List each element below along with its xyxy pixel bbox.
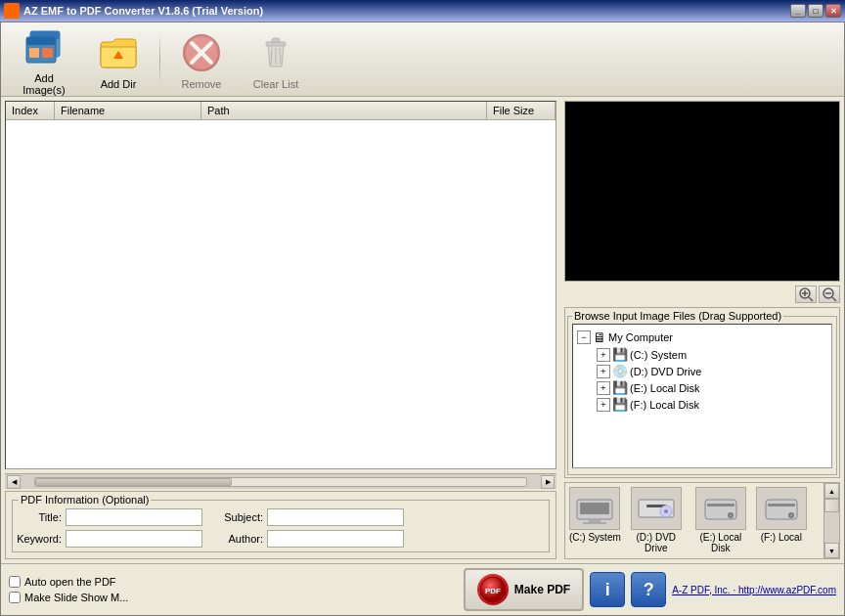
- thumb-item-c[interactable]: (C:) System: [569, 487, 621, 553]
- svg-rect-26: [589, 519, 600, 522]
- window-title: AZ EMF to PDF Converter V1.8.6 (Trial Ve…: [23, 5, 263, 17]
- vscroll-track[interactable]: [824, 499, 839, 543]
- tree-expand-d[interactable]: +: [597, 365, 610, 378]
- pdf-title-row: Title:: [17, 508, 202, 526]
- pdf-info-rows: Title: Keyword: Subject:: [17, 508, 545, 548]
- drive-c-icon: 💾: [612, 347, 628, 362]
- hscroll-left-button[interactable]: ◀: [7, 475, 21, 489]
- remove-icon: [178, 29, 225, 76]
- svg-rect-7: [42, 48, 53, 58]
- hscroll-track[interactable]: [34, 477, 527, 487]
- svg-point-35: [729, 514, 732, 517]
- col-index-header[interactable]: Index: [6, 102, 55, 119]
- thumb-icon-e: [695, 487, 746, 530]
- vscroll-thumb[interactable]: [824, 499, 839, 512]
- company-link[interactable]: A-Z PDF, Inc. · http://www.azPDF.com: [672, 585, 836, 595]
- tree-expand-computer[interactable]: −: [577, 330, 591, 344]
- file-list-header: Index Filename Path File Size: [6, 102, 556, 120]
- col-path-header[interactable]: Path: [201, 102, 487, 119]
- col-filename-header[interactable]: Filename: [55, 102, 201, 119]
- svg-line-18: [809, 297, 813, 301]
- thumb-label-f: (F:) Local: [761, 532, 802, 543]
- vscroll-up-button[interactable]: ▲: [824, 483, 839, 499]
- tree-item-f[interactable]: + 💾 (F:) Local Disk: [597, 396, 827, 413]
- add-dir-button[interactable]: Add Dir: [83, 24, 154, 95]
- zoom-out-button[interactable]: [819, 286, 840, 303]
- thumbnail-scroll: (C:) System: [565, 483, 823, 558]
- thumb-item-e[interactable]: (E:) Local Disk: [691, 487, 750, 553]
- options-checkboxes: Auto open the PDF Make Slide Show M...: [9, 576, 128, 603]
- drive-f-label: (F:) Local Disk: [630, 399, 699, 411]
- svg-rect-27: [583, 522, 606, 524]
- add-images-button[interactable]: Add Image(s): [9, 19, 79, 101]
- right-panel: Browse Input Image Files (Drag Supported…: [560, 97, 844, 563]
- thumb-item-d[interactable]: (D:) DVD Drive: [627, 487, 686, 553]
- title-input[interactable]: [66, 508, 202, 526]
- thumb-label-c: (C:) System: [569, 532, 621, 543]
- hscroll-right-button[interactable]: ▶: [541, 475, 555, 489]
- toolbar-divider-1: [159, 32, 160, 87]
- drive-d-label: (D:) DVD Drive: [630, 366, 701, 377]
- left-panel: Index Filename Path File Size ◀ ▶ PDF In…: [1, 97, 560, 563]
- info-icon: i: [605, 580, 610, 600]
- make-pdf-label: Make PDF: [514, 583, 570, 596]
- tree-expand-c[interactable]: +: [597, 348, 610, 362]
- app-icon: [4, 3, 20, 19]
- svg-rect-6: [29, 48, 39, 58]
- remove-button: Remove: [166, 24, 237, 95]
- thumb-label-e: (E:) Local Disk: [691, 532, 750, 553]
- thumbnail-area: (C:) System: [564, 482, 840, 559]
- clear-list-label: Clear List: [253, 78, 298, 90]
- zoom-in-button[interactable]: [795, 286, 817, 303]
- tree-expand-f[interactable]: +: [597, 398, 610, 412]
- col-filesize-header[interactable]: File Size: [487, 102, 556, 119]
- thumb-icon-d: [631, 487, 682, 530]
- drive-d-icon: 💿: [612, 364, 628, 378]
- clear-list-icon: [252, 29, 299, 76]
- vscroll: ▲ ▼: [823, 483, 839, 558]
- title-label: Title:: [17, 511, 62, 523]
- svg-rect-37: [768, 504, 795, 506]
- file-list-container: Index Filename Path File Size: [5, 101, 556, 469]
- minimize-button[interactable]: _: [790, 4, 806, 18]
- thumb-icon-f: [756, 487, 807, 530]
- pdf-subject-row: Subject:: [218, 508, 404, 526]
- slide-show-checkbox[interactable]: [9, 592, 21, 603]
- add-dir-label: Add Dir: [101, 78, 137, 90]
- pdf-info-col-right: Subject: Author:: [218, 508, 404, 548]
- drive-e-label: (E:) Local Disk: [630, 382, 700, 394]
- tree-item-my-computer[interactable]: − 🖥 My Computer: [577, 329, 827, 346]
- svg-line-22: [832, 297, 836, 301]
- close-button[interactable]: ✕: [825, 4, 841, 18]
- clear-list-button: Clear List: [241, 24, 311, 95]
- auto-open-checkbox[interactable]: [9, 576, 21, 588]
- slide-show-label: Make Slide Show M...: [24, 592, 128, 603]
- tree-item-e[interactable]: + 💾 (E:) Local Disk: [597, 379, 827, 396]
- vscroll-down-button[interactable]: ▼: [824, 543, 839, 558]
- make-pdf-button[interactable]: PDF Make PDF: [464, 568, 584, 611]
- pdf-info-title: PDF Information (Optional): [19, 494, 151, 506]
- browse-title: Browse Input Image Files (Drag Supported…: [572, 310, 783, 322]
- tree-item-d[interactable]: + 💿 (D:) DVD Drive: [597, 363, 827, 379]
- remove-label: Remove: [182, 78, 222, 90]
- info-button[interactable]: i: [590, 572, 625, 607]
- company-info: A-Z PDF, Inc. · http://www.azPDF.com: [672, 585, 836, 595]
- help-button[interactable]: ?: [631, 572, 666, 607]
- keyword-label: Keyword:: [17, 533, 62, 545]
- thumb-item-f[interactable]: (F:) Local: [756, 487, 807, 553]
- maximize-button[interactable]: □: [808, 4, 823, 18]
- keyword-input[interactable]: [66, 530, 202, 548]
- drive-e-icon: 💾: [612, 380, 628, 395]
- bottom-bar: Auto open the PDF Make Slide Show M...: [1, 563, 844, 615]
- tree-item-c[interactable]: + 💾 (C:) System: [597, 346, 827, 363]
- add-dir-icon: [95, 29, 142, 76]
- author-input[interactable]: [267, 530, 404, 548]
- browse-section: Browse Input Image Files (Drag Supported…: [564, 307, 840, 478]
- hscroll-thumb[interactable]: [35, 478, 232, 486]
- tree-expand-e[interactable]: +: [597, 381, 610, 395]
- add-images-label: Add Image(s): [12, 72, 76, 96]
- svg-text:PDF: PDF: [485, 587, 501, 595]
- svg-point-31: [664, 509, 668, 513]
- subject-input[interactable]: [267, 508, 404, 526]
- pdf-keyword-row: Keyword:: [17, 530, 202, 548]
